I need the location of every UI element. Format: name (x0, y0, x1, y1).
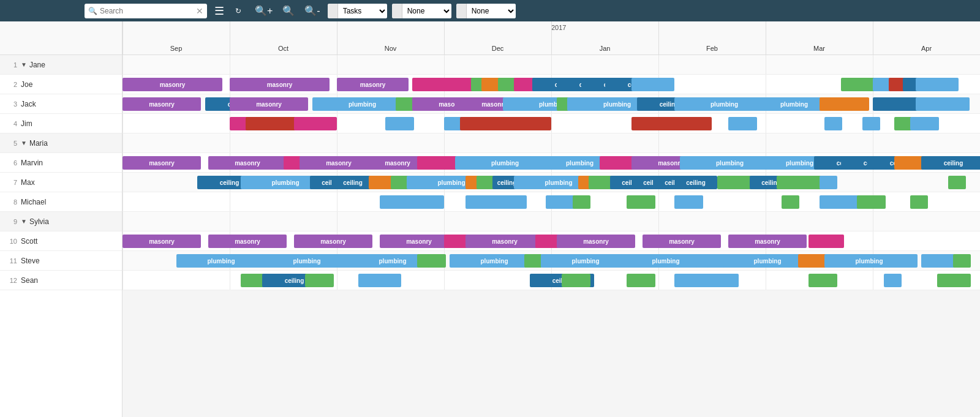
search-input[interactable] (100, 7, 196, 15)
gantt-bar[interactable] (953, 254, 971, 268)
col-divider (123, 251, 123, 270)
row-number: 6 (6, 159, 17, 167)
gantt-bar[interactable] (916, 97, 970, 111)
refresh-button[interactable]: ↻ (232, 5, 247, 17)
row-item: 12 Sean (0, 271, 122, 290)
gantt-bar[interactable]: masonry (123, 78, 222, 91)
gantt-bar[interactable] (921, 254, 939, 268)
gantt-bar[interactable] (889, 254, 918, 268)
gantt-bar[interactable]: masonry (230, 97, 308, 111)
time-window-select[interactable]: None (467, 4, 516, 18)
gantt-bar[interactable] (669, 117, 712, 130)
col-divider (444, 212, 445, 231)
gantt-bar[interactable] (428, 254, 446, 268)
row-item: 9 ▼ Sylvia (0, 212, 122, 231)
filter-select[interactable]: None (402, 4, 451, 18)
close-icon[interactable]: ✕ (196, 6, 203, 16)
row-item: 1 ▼ Jane (0, 55, 122, 75)
gantt-bar[interactable] (862, 117, 880, 130)
gantt-bar[interactable] (953, 274, 971, 287)
gantt-bar[interactable] (809, 254, 826, 268)
gantt-bar[interactable] (894, 117, 912, 130)
refresh-icon: ↻ (235, 7, 241, 15)
gantt-bar[interactable] (573, 274, 590, 287)
gantt-bar[interactable]: masonry (208, 235, 287, 248)
gantt-bar[interactable]: masonry (230, 78, 330, 91)
hamburger-button[interactable]: ☰ (212, 3, 227, 19)
gantt-bar[interactable] (674, 274, 739, 287)
app-header: 🔍 ✕ ☰ ↻ 🔍+ 🔍 🔍- Tasks None None (0, 0, 980, 21)
gantt-bar[interactable] (573, 195, 590, 209)
gantt-bar[interactable] (627, 195, 655, 209)
gantt-bar[interactable] (937, 274, 955, 287)
gantt-bar[interactable] (905, 156, 923, 170)
gantt-bar[interactable] (809, 274, 837, 287)
gantt-bar[interactable] (487, 117, 551, 130)
expand-icon[interactable]: ▼ (21, 140, 27, 146)
gantt-bar[interactable]: ceiling (331, 176, 374, 189)
row-item: 3 Jack (0, 94, 122, 114)
gantt-bar[interactable] (851, 97, 869, 111)
gantt-row (123, 133, 980, 153)
gantt-row: masonrymasonrymasonryceilingceilingceili… (123, 75, 980, 94)
gantt-bar[interactable]: masonry (643, 235, 721, 248)
gantt-bar[interactable] (305, 274, 334, 287)
gantt-bar[interactable] (385, 117, 414, 130)
gantt-bar[interactable] (910, 117, 939, 130)
gantt-bar[interactable] (824, 117, 842, 130)
show-select[interactable]: Tasks (338, 4, 387, 18)
gantt-bar[interactable] (910, 195, 928, 209)
gantt-bar[interactable] (884, 274, 902, 287)
expand-icon[interactable]: ▼ (21, 218, 27, 225)
expand-icon[interactable]: ▼ (21, 61, 27, 68)
gantt-bar[interactable]: ceiling (921, 156, 980, 170)
gantt-bar[interactable]: masonry (123, 156, 201, 170)
gantt-bar[interactable]: masonry (208, 156, 287, 170)
col-divider (766, 192, 766, 211)
row-item: 10 Scott (0, 231, 122, 251)
gantt-bar[interactable] (948, 176, 966, 189)
gantt-bar[interactable] (627, 274, 655, 287)
gantt-bar[interactable] (380, 195, 444, 209)
zoom-out-button[interactable]: 🔍- (302, 4, 322, 18)
gantt-bar[interactable] (809, 235, 844, 248)
year-2017-label: 2017 (551, 24, 566, 31)
gantt-bar[interactable] (631, 78, 674, 91)
gantt-bar[interactable]: plumbing (262, 254, 352, 268)
gantt-bar[interactable] (857, 195, 886, 209)
gantt-bar[interactable] (498, 195, 527, 209)
gantt-bar[interactable] (524, 254, 542, 268)
col-divider (123, 173, 123, 192)
zoom-fit-button[interactable]: 🔍 (280, 4, 297, 18)
gantt-bar[interactable]: masonry (123, 97, 201, 111)
gantt-bar[interactable]: plumbing (176, 254, 266, 268)
gantt-bar[interactable] (820, 176, 837, 189)
gantt-bar[interactable]: masonry (557, 235, 635, 248)
col-divider (658, 212, 659, 231)
gantt-bar[interactable]: masonry (294, 235, 372, 248)
gantt-bar[interactable]: masonry (337, 78, 409, 91)
right-panel[interactable]: 2017SepOctNovDecJanFebMarApr masonrymaso… (123, 21, 980, 417)
gantt-row: ceilingplumbingceilingceilingplumbingcei… (123, 173, 980, 192)
gantt-bar[interactable] (477, 176, 494, 189)
gantt-bar[interactable] (793, 176, 821, 189)
gantt-bar[interactable] (937, 254, 955, 268)
gantt-bar[interactable]: masonry (466, 235, 544, 248)
gantt-bar[interactable] (391, 176, 409, 189)
col-divider (337, 133, 337, 152)
gantt-bar[interactable] (916, 78, 959, 91)
gantt-bar[interactable] (294, 117, 337, 130)
gantt-row: plumbingplumbingplumbingplumbingplumbing… (123, 251, 980, 271)
row-name: Marvin (21, 159, 43, 167)
gantt-bar[interactable]: masonry (123, 235, 201, 248)
gantt-bar[interactable]: masonry (728, 235, 807, 248)
timeline-header: 2017SepOctNovDecJanFebMarApr (123, 21, 980, 55)
gantt-bar[interactable] (728, 117, 757, 130)
gantt-bar[interactable] (782, 195, 799, 209)
gantt-bar[interactable]: plumbing (541, 254, 630, 268)
row-item: 8 Michael (0, 192, 122, 212)
zoom-in-button[interactable]: 🔍+ (252, 4, 275, 18)
gantt-bar[interactable] (674, 195, 703, 209)
gantt-bar[interactable]: ceiling (674, 176, 717, 189)
gantt-bar[interactable] (358, 274, 401, 287)
